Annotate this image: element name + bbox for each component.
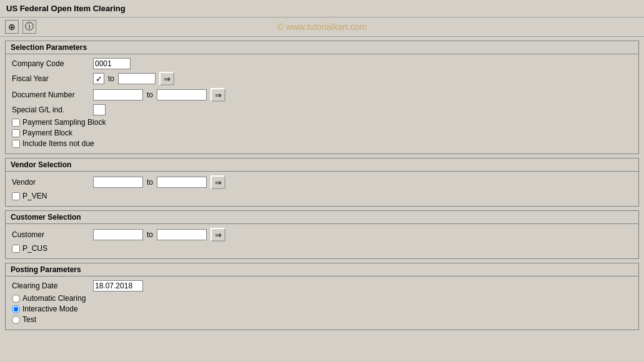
vendor-row: Vendor to ⇒ — [12, 175, 632, 189]
toolbar: ⊕ ⓘ © www.tutorialkart.com — [0, 17, 644, 37]
p-ven-label: P_VEN — [22, 192, 47, 200]
back-icon: ⊕ — [8, 22, 16, 32]
clearing-date-label: Clearing Date — [12, 281, 93, 290]
document-number-to-label: to — [147, 90, 153, 99]
info-icon: ⓘ — [25, 21, 34, 32]
customer-to-input[interactable] — [157, 229, 207, 240]
selection-parameters-header: Selection Parameters — [6, 41, 638, 54]
customer-label: Customer — [12, 230, 93, 239]
customer-selection-section: Customer Selection Customer to ⇒ P_CUS — [5, 210, 639, 259]
p-cus-label: P_CUS — [22, 244, 47, 253]
customer-selection-body: Customer to ⇒ P_CUS — [6, 224, 638, 258]
payment-block-row: Payment Block — [12, 129, 632, 137]
payment-sampling-label: Payment Sampling Block — [22, 118, 106, 127]
include-items-row: Include Items not due — [12, 139, 632, 148]
payment-block-label: Payment Block — [22, 129, 72, 137]
clearing-date-input[interactable] — [93, 280, 143, 291]
vendor-to-input[interactable] — [157, 177, 207, 188]
customer-selection-header: Customer Selection — [6, 211, 638, 224]
customer-to-label: to — [147, 230, 153, 239]
title-bar: US Federal Open Item Clearing — [0, 0, 644, 17]
test-label: Test — [22, 315, 36, 324]
document-number-arrow-button[interactable]: ⇒ — [211, 88, 225, 102]
p-ven-row: P_VEN — [12, 192, 632, 200]
interactive-mode-label: Interactive Mode — [22, 305, 78, 313]
fiscal-year-label: Fiscal Year — [12, 74, 93, 83]
special-gl-input[interactable] — [93, 104, 106, 115]
posting-parameters-section: Posting Parameters Clearing Date Automat… — [5, 263, 639, 330]
vendor-arrow-button[interactable]: ⇒ — [211, 175, 225, 189]
document-number-row: Document Number to ⇒ — [12, 88, 632, 102]
p-ven-checkbox[interactable] — [12, 192, 20, 200]
main-content: Selection Parameters Company Code Fiscal… — [0, 37, 644, 361]
p-cus-row: P_CUS — [12, 244, 632, 253]
automatic-clearing-radio[interactable] — [12, 295, 20, 303]
document-number-arrow-icon: ⇒ — [215, 90, 222, 100]
special-gl-label: Special G/L ind. — [12, 105, 93, 114]
vendor-selection-header: Vendor Selection — [6, 159, 638, 172]
include-items-checkbox[interactable] — [12, 140, 20, 148]
selection-parameters-section: Selection Parameters Company Code Fiscal… — [5, 41, 639, 154]
document-number-to-input[interactable] — [157, 89, 207, 100]
customer-arrow-icon: ⇒ — [215, 230, 222, 240]
info-button[interactable]: ⓘ — [22, 20, 36, 34]
customer-arrow-button[interactable]: ⇒ — [211, 228, 225, 242]
customer-from-input[interactable] — [93, 229, 143, 240]
test-row: Test — [12, 315, 632, 324]
vendor-selection-body: Vendor to ⇒ P_VEN — [6, 172, 638, 206]
automatic-clearing-label: Automatic Clearing — [22, 294, 86, 303]
fiscal-year-row: Fiscal Year ✓ to ⇒ — [12, 72, 632, 86]
customer-row: Customer to ⇒ — [12, 228, 632, 242]
company-code-input[interactable] — [93, 58, 131, 69]
vendor-from-input[interactable] — [93, 177, 143, 188]
document-number-from-input[interactable] — [93, 89, 143, 100]
fiscal-year-arrow-button[interactable]: ⇒ — [159, 72, 174, 86]
payment-sampling-checkbox[interactable] — [12, 119, 20, 127]
include-items-label: Include Items not due — [22, 139, 94, 148]
p-cus-checkbox[interactable] — [12, 245, 20, 253]
automatic-clearing-row: Automatic Clearing — [12, 294, 632, 303]
selection-parameters-body: Company Code Fiscal Year ✓ to ⇒ Document… — [6, 54, 638, 154]
posting-parameters-header: Posting Parameters — [6, 263, 638, 276]
fiscal-year-to-label: to — [108, 74, 114, 83]
window-title: US Federal Open Item Clearing — [6, 4, 126, 13]
clearing-date-row: Clearing Date — [12, 280, 632, 291]
vendor-to-label: to — [147, 178, 153, 187]
fiscal-year-checkbox[interactable]: ✓ — [93, 73, 104, 84]
interactive-mode-radio[interactable] — [12, 305, 20, 313]
company-code-label: Company Code — [12, 59, 93, 68]
fiscal-year-to-input[interactable] — [118, 73, 156, 84]
special-gl-row: Special G/L ind. — [12, 104, 632, 115]
vendor-arrow-icon: ⇒ — [215, 178, 222, 187]
test-radio[interactable] — [12, 316, 20, 324]
payment-sampling-row: Payment Sampling Block — [12, 118, 632, 127]
watermark: © www.tutorialkart.com — [277, 22, 367, 32]
document-number-label: Document Number — [12, 90, 93, 99]
vendor-selection-section: Vendor Selection Vendor to ⇒ P_VEN — [5, 158, 639, 207]
back-button[interactable]: ⊕ — [5, 20, 19, 34]
payment-block-checkbox[interactable] — [12, 129, 20, 137]
posting-parameters-body: Clearing Date Automatic Clearing Interac… — [6, 276, 638, 330]
vendor-label: Vendor — [12, 178, 93, 187]
interactive-mode-row: Interactive Mode — [12, 305, 632, 313]
company-code-row: Company Code — [12, 58, 632, 69]
fiscal-year-arrow-icon: ⇒ — [164, 74, 171, 84]
